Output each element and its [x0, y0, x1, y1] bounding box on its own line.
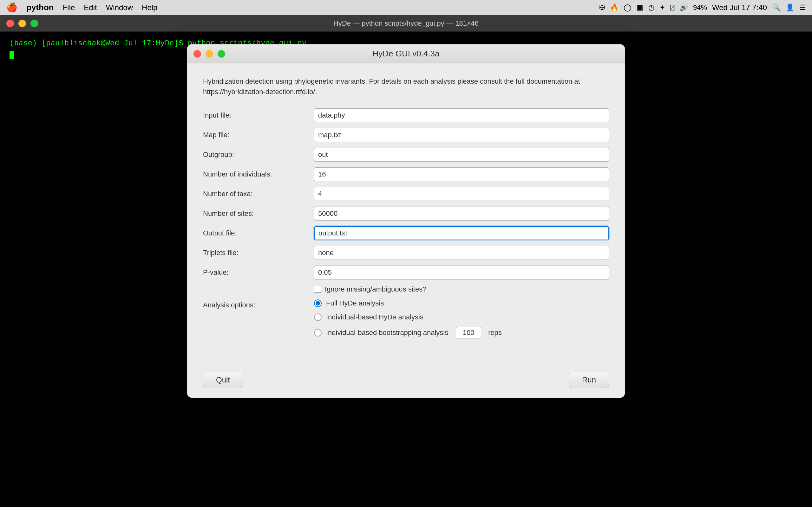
menubar-window[interactable]: Window — [106, 3, 133, 12]
output-file-row: Output file: — [203, 226, 609, 240]
menubar-right: ✠ 🔥 ◯ ▣ ◷ ✦ ⍁ 🔊 94% Wed Jul 17 7:40 🔍 👤 … — [599, 3, 806, 12]
terminal-title: HyDe — python scripts/hyde_gui.py — 181×… — [334, 19, 478, 27]
time-machine-icon[interactable]: ◷ — [648, 3, 654, 12]
num-individuals-row: Number of individuals: — [203, 167, 609, 181]
ignore-missing-checkbox[interactable] — [314, 286, 321, 293]
num-individuals-field[interactable] — [314, 167, 609, 181]
apple-menu[interactable]: 🍎 — [6, 2, 17, 13]
dialog-footer: Quit Run — [187, 367, 625, 398]
pvalue-label: P-value: — [203, 268, 314, 277]
input-file-field[interactable] — [314, 108, 609, 122]
input-file-label: Input file: — [203, 111, 314, 119]
num-taxa-label: Number of taxa: — [203, 190, 314, 198]
run-button[interactable]: Run — [569, 372, 609, 388]
num-taxa-field[interactable] — [314, 187, 609, 201]
dialog-window: HyDe GUI v0.4.3a Hybridization detection… — [187, 44, 625, 398]
menubar-edit[interactable]: Edit — [84, 3, 97, 12]
num-sites-label: Number of sites: — [203, 210, 314, 218]
monitor-icon[interactable]: ▣ — [637, 3, 643, 12]
analysis-section: Analysis options: Full HyDe analysis Ind… — [203, 299, 609, 338]
radio-individual-hyde-label: Individual-based HyDe analysis — [326, 313, 423, 321]
ignore-missing-row: Ignore missing/ambiguous sites? — [314, 285, 609, 293]
outgroup-field[interactable] — [314, 148, 609, 162]
radio-bootstrap-label: Individual-based bootstrapping analysis — [326, 329, 448, 337]
dropbox-icon[interactable]: ✠ — [599, 3, 605, 12]
triplets-file-field[interactable] — [314, 246, 609, 260]
output-file-field[interactable] — [314, 226, 609, 240]
pvalue-field[interactable] — [314, 266, 609, 279]
menubar-file[interactable]: File — [63, 3, 75, 12]
reps-label: reps — [488, 329, 502, 337]
dialog-title: HyDe GUI v0.4.3a — [373, 49, 440, 59]
dialog-overlay: HyDe GUI v0.4.3a Hybridization detection… — [0, 32, 812, 507]
num-sites-row: Number of sites: — [203, 207, 609, 221]
num-individuals-label: Number of individuals: — [203, 170, 314, 178]
control-center-icon[interactable]: ☰ — [799, 3, 806, 12]
outgroup-row: Outgroup: — [203, 148, 609, 162]
map-file-label: Map file: — [203, 131, 314, 139]
terminal-titlebar: HyDe — python scripts/hyde_gui.py — 181×… — [0, 15, 812, 32]
menubar: 🍎 python File Edit Window Help ✠ 🔥 ◯ ▣ ◷… — [0, 0, 812, 15]
triplets-file-row: Triplets file: — [203, 246, 609, 260]
dialog-titlebar: HyDe GUI v0.4.3a — [187, 44, 625, 63]
num-sites-field[interactable] — [314, 207, 609, 221]
dialog-description: Hybridization detection using phylogenet… — [203, 76, 609, 97]
minimize-button[interactable] — [18, 20, 26, 27]
volume-icon[interactable]: 🔊 — [679, 3, 688, 12]
user-icon[interactable]: 👤 — [786, 3, 794, 12]
map-file-field[interactable] — [314, 128, 609, 142]
menubar-help[interactable]: Help — [142, 3, 157, 12]
quit-button[interactable]: Quit — [203, 372, 243, 388]
radio-individual-hyde-btn[interactable] — [314, 314, 322, 321]
record-icon[interactable]: ◯ — [623, 3, 631, 12]
dialog-body: Hybridization detection using phylogenet… — [187, 63, 625, 354]
outgroup-label: Outgroup: — [203, 151, 314, 159]
menubar-datetime: Wed Jul 17 7:40 — [712, 3, 767, 12]
flame-icon[interactable]: 🔥 — [610, 3, 618, 12]
triplets-file-label: Triplets file: — [203, 249, 314, 257]
menubar-left: 🍎 python File Edit Window Help — [6, 2, 157, 13]
radio-full-hyde[interactable]: Full HyDe analysis — [314, 299, 502, 307]
radio-full-hyde-label: Full HyDe analysis — [326, 299, 384, 307]
pvalue-row: P-value: — [203, 266, 609, 279]
radio-bootstrap[interactable]: Individual-based bootstrapping analysis … — [314, 327, 502, 338]
analysis-options-group: Full HyDe analysis Individual-based HyDe… — [314, 299, 502, 338]
radio-individual-hyde[interactable]: Individual-based HyDe analysis — [314, 313, 502, 321]
ignore-missing-label: Ignore missing/ambiguous sites? — [325, 285, 426, 293]
radio-full-hyde-inner — [316, 301, 320, 305]
dialog-close-button[interactable] — [194, 50, 201, 58]
num-taxa-row: Number of taxa: — [203, 187, 609, 201]
maximize-button[interactable] — [31, 20, 38, 27]
search-icon[interactable]: 🔍 — [772, 3, 780, 12]
radio-full-hyde-btn[interactable] — [314, 299, 322, 307]
wifi-icon[interactable]: ⍁ — [670, 3, 674, 12]
analysis-options-label: Analysis options: — [203, 299, 314, 309]
dialog-maximize-button[interactable] — [217, 50, 225, 58]
terminal-traffic-lights — [6, 20, 38, 27]
map-file-row: Map file: — [203, 128, 609, 142]
close-button[interactable] — [6, 20, 14, 27]
radio-bootstrap-btn[interactable] — [314, 329, 322, 337]
reps-field[interactable] — [456, 327, 481, 338]
menubar-app-name[interactable]: python — [26, 3, 54, 12]
battery-text: 94% — [693, 3, 707, 12]
dialog-minimize-button[interactable] — [206, 50, 213, 58]
input-file-row: Input file: — [203, 108, 609, 122]
dialog-traffic-lights — [194, 50, 225, 58]
bluetooth-icon[interactable]: ✦ — [659, 3, 665, 12]
output-file-label: Output file: — [203, 229, 314, 237]
